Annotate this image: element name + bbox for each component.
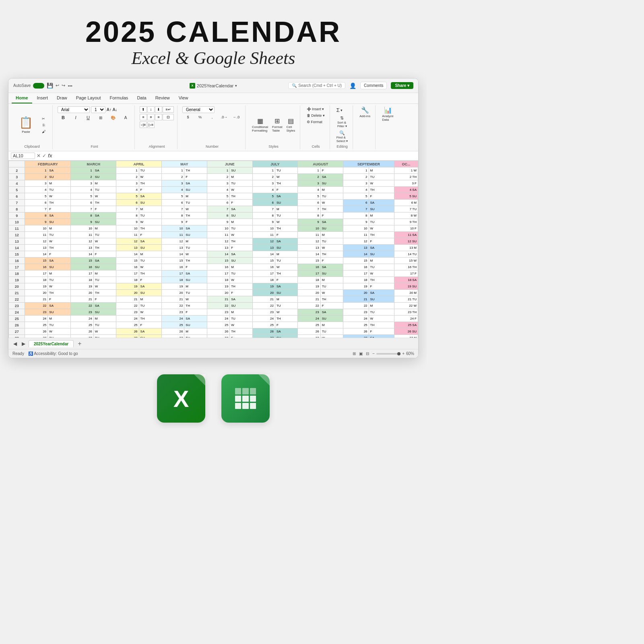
- cal-day-num[interactable]: 3: [71, 180, 93, 187]
- cal-day-num[interactable]: 3: [252, 180, 275, 187]
- cal-day-num[interactable]: 27: [161, 335, 184, 338]
- cal-day-num[interactable]: 18: [71, 277, 93, 283]
- cal-day-num[interactable]: 16: [116, 264, 139, 270]
- cal-day-num[interactable]: 24: [252, 316, 275, 322]
- cal-day-num[interactable]: 3: [343, 180, 369, 187]
- zoom-slider[interactable]: [376, 353, 400, 355]
- cal-day-num[interactable]: 23: [116, 309, 139, 316]
- cal-day-num[interactable]: 27: [252, 335, 275, 338]
- bold-button[interactable]: B: [58, 114, 69, 121]
- cal-day-num[interactable]: 5 SU: [394, 193, 418, 200]
- cal-day-num[interactable]: 3: [161, 180, 184, 187]
- cell-styles-button[interactable]: ▤ CellStyles: [285, 117, 297, 133]
- cal-day-num[interactable]: 19: [343, 283, 369, 290]
- align-left-button[interactable]: ≡: [140, 114, 147, 120]
- cal-day-num[interactable]: 24 F: [394, 316, 418, 322]
- cal-day-num[interactable]: 25: [116, 322, 139, 328]
- cal-day-num[interactable]: 11: [343, 232, 369, 238]
- cal-day-num[interactable]: 1: [343, 167, 369, 174]
- italic-button[interactable]: I: [70, 114, 81, 121]
- cal-day-num[interactable]: 10: [298, 225, 320, 232]
- cal-day-num[interactable]: 4: [207, 187, 229, 193]
- cal-day-num[interactable]: 16: [25, 264, 48, 270]
- comma-button[interactable]: ,: [206, 114, 218, 120]
- cal-day-num[interactable]: 7: [71, 206, 93, 213]
- cal-day-num[interactable]: 23: [298, 309, 320, 316]
- cal-day-num[interactable]: 23: [343, 309, 369, 316]
- cal-day-num[interactable]: 12: [252, 238, 275, 245]
- format-as-table-button[interactable]: ⊞ FormatTable: [270, 117, 284, 133]
- cal-day-num[interactable]: 9: [116, 219, 139, 225]
- cal-day-num[interactable]: 10: [71, 225, 93, 232]
- cal-day-num[interactable]: 19: [71, 283, 93, 290]
- cal-day-num[interactable]: 6: [25, 200, 48, 206]
- cal-day-num[interactable]: 21: [71, 296, 93, 303]
- cal-day-num[interactable]: 21: [25, 296, 48, 303]
- cal-day-num[interactable]: 16 TH: [394, 264, 418, 270]
- cal-day-num[interactable]: 26: [71, 328, 93, 335]
- sheet-tab-2025[interactable]: 2025YearCalendar: [29, 340, 74, 347]
- cal-day-num[interactable]: 10 F: [394, 225, 418, 232]
- cal-day-num[interactable]: 2: [298, 174, 320, 180]
- cal-day-num[interactable]: 6: [161, 200, 184, 206]
- tab-page-layout[interactable]: Page Layout: [72, 93, 105, 103]
- sort-filter-button[interactable]: ⇅ Sort &Filter ▾: [335, 115, 349, 129]
- copy-button[interactable]: ⎘: [38, 122, 49, 128]
- cal-day-num[interactable]: 8: [71, 213, 93, 219]
- cal-day-num[interactable]: 3 F: [394, 180, 418, 187]
- cal-day-num[interactable]: 20: [116, 290, 139, 296]
- confirm-formula-icon[interactable]: ✓: [42, 153, 46, 159]
- cal-day-num[interactable]: 1: [161, 167, 184, 174]
- cal-day-num[interactable]: 25: [161, 322, 184, 328]
- tab-view[interactable]: View: [175, 93, 192, 103]
- cal-day-num[interactable]: 5: [25, 193, 48, 200]
- cal-day-num[interactable]: 10: [116, 225, 139, 232]
- cal-day-num[interactable]: 21: [116, 296, 139, 303]
- cal-day-num[interactable]: 10: [252, 225, 275, 232]
- cal-day-num[interactable]: 18 SA: [394, 277, 418, 283]
- cal-day-num[interactable]: 11: [116, 232, 139, 238]
- cal-day-num[interactable]: 19: [298, 283, 320, 290]
- cal-day-num[interactable]: 21: [343, 296, 369, 303]
- cal-day-num[interactable]: 15: [252, 258, 275, 264]
- cal-day-num[interactable]: 19: [252, 283, 275, 290]
- cal-day-num[interactable]: 11: [25, 232, 48, 238]
- cal-day-num[interactable]: 13: [25, 245, 48, 251]
- cal-day-num[interactable]: 26 SU: [394, 328, 418, 335]
- cal-day-num[interactable]: 16: [343, 264, 369, 270]
- cal-day-num[interactable]: 18: [25, 277, 48, 283]
- cal-day-num[interactable]: 13: [207, 245, 229, 251]
- wrap-text-button[interactable]: ≡↵: [163, 106, 174, 113]
- cal-day-num[interactable]: 24: [298, 316, 320, 322]
- cal-day-num[interactable]: 11: [252, 232, 275, 238]
- tab-formulas[interactable]: Formulas: [106, 93, 132, 103]
- tab-next-arrow[interactable]: ▶: [20, 340, 27, 347]
- cal-day-num[interactable]: 16: [252, 264, 275, 270]
- cal-day-num[interactable]: 2: [161, 174, 184, 180]
- cal-day-num[interactable]: 24: [343, 316, 369, 322]
- cal-day-num[interactable]: 13: [343, 245, 369, 251]
- font-color-button[interactable]: A: [120, 115, 131, 121]
- cal-day-num[interactable]: 23: [207, 309, 229, 316]
- cal-day-num[interactable]: 20: [71, 290, 93, 296]
- cal-day-num[interactable]: 26: [298, 328, 320, 335]
- cal-day-num[interactable]: 3: [298, 180, 320, 187]
- page-view-icon[interactable]: ▣: [359, 351, 363, 356]
- decrease-indent-button[interactable]: ◁≡: [140, 122, 147, 128]
- cal-day-num[interactable]: 13: [252, 245, 275, 251]
- cal-day-num[interactable]: 12: [343, 238, 369, 245]
- cal-day-num[interactable]: 6: [343, 200, 369, 206]
- decrease-decimal-button[interactable]: ←.0: [231, 114, 242, 120]
- cal-day-num[interactable]: 18: [116, 277, 139, 283]
- cal-day-num[interactable]: 9: [343, 219, 369, 225]
- cal-day-num[interactable]: 10: [161, 225, 184, 232]
- cal-day-num[interactable]: 9 TH: [394, 219, 418, 225]
- cal-day-num[interactable]: 7: [116, 206, 139, 213]
- cal-day-num[interactable]: 8 W: [394, 213, 418, 219]
- cal-day-num[interactable]: 27: [207, 335, 229, 338]
- cal-day-num[interactable]: 27: [25, 335, 48, 338]
- cal-day-num[interactable]: 27 M: [394, 335, 418, 338]
- font-size-dropdown[interactable]: 12: [91, 106, 105, 113]
- cal-day-num[interactable]: 10: [207, 225, 229, 232]
- cal-day-num[interactable]: 11: [298, 232, 320, 238]
